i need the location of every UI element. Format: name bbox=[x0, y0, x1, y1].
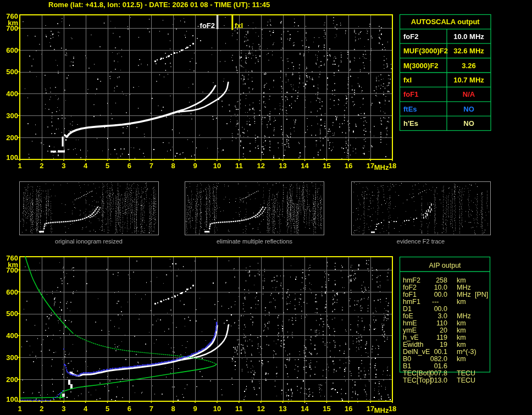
svg-text:TECU: TECU bbox=[457, 369, 475, 377]
svg-text:---: --- bbox=[432, 298, 439, 306]
svg-text:foF2: foF2 bbox=[403, 284, 417, 291]
svg-text:5: 5 bbox=[106, 162, 109, 170]
svg-text:DelN_vE: DelN_vE bbox=[403, 348, 430, 356]
svg-text:foF2: foF2 bbox=[403, 32, 418, 41]
svg-text:12: 12 bbox=[257, 405, 264, 413]
svg-text:10: 10 bbox=[213, 405, 221, 413]
svg-text:NO: NO bbox=[463, 105, 474, 113]
svg-text:082.0: 082.0 bbox=[430, 355, 447, 363]
svg-text:10.0 MHz: 10.0 MHz bbox=[453, 32, 484, 41]
svg-text:8: 8 bbox=[171, 162, 175, 170]
svg-text:00.0: 00.0 bbox=[434, 305, 447, 313]
svg-text:foF2: foF2 bbox=[200, 21, 215, 30]
svg-text:400: 400 bbox=[6, 331, 18, 340]
svg-text:14: 14 bbox=[301, 162, 309, 170]
svg-text:00.1: 00.1 bbox=[434, 348, 447, 356]
svg-text:2: 2 bbox=[40, 162, 43, 170]
svg-text:hmF1: hmF1 bbox=[403, 298, 420, 306]
svg-text:km: km bbox=[457, 276, 466, 284]
svg-text:9: 9 bbox=[193, 405, 197, 413]
svg-text:2: 2 bbox=[40, 405, 43, 413]
svg-text:M(3000)F2: M(3000)F2 bbox=[403, 62, 439, 70]
svg-text:km: km bbox=[457, 341, 466, 348]
svg-text:9: 9 bbox=[193, 162, 197, 170]
svg-text:4: 4 bbox=[84, 405, 88, 413]
svg-text:TECU: TECU bbox=[457, 377, 475, 384]
svg-text:AUTOSCALA output: AUTOSCALA output bbox=[411, 18, 480, 26]
svg-text:MHz: MHz bbox=[457, 284, 471, 291]
svg-text:6: 6 bbox=[128, 405, 131, 413]
svg-text:foF1: foF1 bbox=[403, 291, 417, 298]
svg-text:8: 8 bbox=[171, 405, 175, 413]
svg-text:3: 3 bbox=[62, 162, 65, 170]
svg-text:258: 258 bbox=[436, 276, 447, 284]
svg-text:300: 300 bbox=[6, 112, 18, 120]
svg-text:original ionogram resized: original ionogram resized bbox=[55, 238, 123, 245]
svg-text:km: km bbox=[457, 355, 466, 363]
svg-text:119: 119 bbox=[436, 334, 447, 341]
svg-text:00.0: 00.0 bbox=[434, 291, 447, 298]
svg-text:MHz: MHz bbox=[457, 291, 471, 298]
svg-text:19: 19 bbox=[440, 341, 447, 348]
svg-text:01.6: 01.6 bbox=[434, 362, 447, 370]
svg-text:B0: B0 bbox=[403, 355, 411, 363]
svg-text:200: 200 bbox=[6, 375, 18, 384]
svg-text:evidence F2 trace: evidence F2 trace bbox=[397, 238, 445, 245]
svg-text:16: 16 bbox=[345, 405, 352, 413]
svg-text:17: 17 bbox=[367, 405, 374, 413]
svg-text:32.6 MHz: 32.6 MHz bbox=[453, 47, 484, 55]
svg-text:17: 17 bbox=[367, 162, 374, 170]
svg-text:1: 1 bbox=[18, 405, 21, 413]
svg-text:600: 600 bbox=[6, 46, 18, 54]
svg-text:B1: B1 bbox=[403, 362, 411, 370]
svg-text:[PN]: [PN] bbox=[475, 291, 488, 298]
svg-text:AIP output: AIP output bbox=[429, 262, 461, 269]
svg-text:11: 11 bbox=[235, 162, 243, 170]
svg-text:TEC[Bot]: TEC[Bot] bbox=[403, 369, 431, 377]
svg-text:15: 15 bbox=[323, 162, 330, 170]
svg-text:7: 7 bbox=[149, 405, 153, 413]
svg-text:18: 18 bbox=[389, 162, 396, 170]
svg-text:500: 500 bbox=[6, 68, 18, 76]
svg-text:D1: D1 bbox=[403, 305, 412, 313]
svg-text:m^(-3): m^(-3) bbox=[457, 348, 476, 356]
svg-text:MHz: MHz bbox=[374, 406, 389, 414]
svg-text:10: 10 bbox=[213, 162, 221, 170]
svg-text:007.8: 007.8 bbox=[430, 369, 447, 377]
svg-text:110: 110 bbox=[436, 319, 447, 327]
svg-text:NO: NO bbox=[463, 119, 474, 128]
svg-text:600: 600 bbox=[6, 288, 18, 296]
svg-text:15: 15 bbox=[323, 405, 330, 413]
svg-text:100: 100 bbox=[6, 395, 18, 403]
svg-text:013.0: 013.0 bbox=[430, 377, 447, 384]
svg-text:ftEs: ftEs bbox=[403, 105, 417, 113]
svg-text:7: 7 bbox=[149, 162, 153, 170]
svg-text:100: 100 bbox=[6, 153, 18, 162]
svg-text:foF1: foF1 bbox=[403, 90, 418, 98]
svg-text:fxI: fxI bbox=[235, 21, 243, 30]
svg-text:TEC[Top]: TEC[Top] bbox=[403, 377, 431, 384]
svg-text:1: 1 bbox=[18, 162, 21, 170]
svg-text:km: km bbox=[457, 334, 466, 341]
svg-text:10.7 MHz: 10.7 MHz bbox=[453, 76, 484, 84]
svg-text:hmE: hmE bbox=[403, 319, 417, 327]
svg-text:400: 400 bbox=[6, 90, 18, 98]
svg-text:16: 16 bbox=[345, 162, 352, 170]
svg-text:MHz: MHz bbox=[374, 163, 389, 171]
svg-text:hmF2: hmF2 bbox=[403, 276, 420, 284]
svg-text:Rome (lat: +41.8, lon: 012.5): Rome (lat: +41.8, lon: 012.5) - DATE: 20… bbox=[48, 1, 270, 9]
svg-text:14: 14 bbox=[301, 405, 309, 413]
svg-text:fxI: fxI bbox=[403, 76, 412, 84]
svg-text:12: 12 bbox=[257, 162, 264, 170]
svg-text:km: km bbox=[457, 298, 466, 306]
svg-text:km: km bbox=[457, 327, 466, 334]
svg-text:3.0: 3.0 bbox=[438, 312, 447, 320]
svg-text:km: km bbox=[8, 261, 18, 269]
svg-text:N/A: N/A bbox=[463, 90, 475, 98]
svg-text:3: 3 bbox=[62, 405, 65, 413]
svg-text:5: 5 bbox=[106, 405, 109, 413]
svg-text:300: 300 bbox=[6, 353, 18, 362]
svg-text:200: 200 bbox=[6, 134, 18, 142]
svg-text:MHz: MHz bbox=[457, 312, 471, 320]
svg-text:500: 500 bbox=[6, 309, 18, 318]
